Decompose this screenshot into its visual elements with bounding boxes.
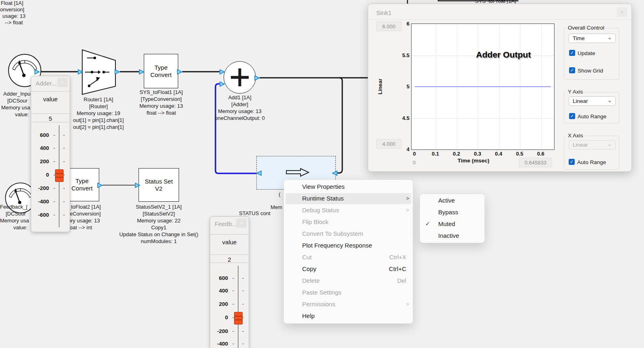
menu-item-runtime-status[interactable]: Runtime Status> [284,193,413,205]
clipped-label-line: onversion] [0,6,24,13]
router-block[interactable] [82,49,116,95]
block-label-line: [DCSour [6,211,26,217]
checkmark-icon: ✓ [425,220,430,227]
block-label-line: Copy1 [151,224,166,231]
x-min-readout: 0 [413,160,416,166]
block-label-line: [StatusSetV2] [143,211,175,217]
menu-item-paste-settings: Paste Settings [284,287,413,299]
menu-item-label: Help [302,312,315,319]
domain-dropdown[interactable]: Time ⌄ [569,34,616,43]
x-axis-label: Time (msec) [458,158,490,164]
show-grid-checkbox[interactable]: ✓ [569,67,575,73]
submenu-item-inactive[interactable]: Inactive [420,230,484,242]
x-auto-range-checkbox[interactable]: ✓ [569,159,575,165]
submenu-item-bypass[interactable]: Bypass [420,207,484,218]
y-tick-label: 4.5 [400,115,409,121]
x-tick-label: 0.5 [516,151,523,157]
block-label-line: [TypeConversion] [141,96,181,102]
type-convert-block[interactable]: Type Convert [144,54,178,88]
status-set-block[interactable]: Status Set V2 [139,168,179,202]
y-max-readout: 6.000 [376,21,401,31]
block-label-line: out[1] = pin[1].chan[1] [73,117,124,124]
input-port-icon [135,183,140,188]
input-port-icon [220,81,225,87]
block-label-line: Memory usage: 13 [218,108,262,115]
divider [210,254,249,255]
tick-label: 200 [40,159,49,164]
panel-title: Feedb... [215,220,237,227]
menu-item-debug-status: Debug Status> [284,205,413,216]
menu-item-permissions: Permissions> [284,299,413,310]
clipped-label-line: --> float [5,19,23,26]
clipped-label-fragment: STATUS cont [239,210,271,217]
menu-item-convert-to-subsystem: Convert To Subsystem [284,228,413,240]
close-button[interactable]: × [236,218,247,228]
checkbox-label: Auto Range [578,113,606,120]
tick-label: 200 [219,301,228,307]
block-text: Status Set V2 [143,178,175,192]
block-label-line: Add1 [1A] [228,94,251,101]
checkbox-label: Auto Range [577,159,606,165]
slider-handle[interactable] [55,169,64,182]
menu-item-label: Copy [302,265,316,272]
tick-label: 600 [40,132,49,138]
close-button[interactable]: × [617,7,627,17]
menu-item-view-properties[interactable]: View Properties [284,181,413,193]
menu-item-plot-frequency-response[interactable]: Plot Frequency Response [284,240,413,252]
close-button[interactable]: × [57,78,68,87]
submenu-item-active[interactable]: Active [420,195,484,207]
y-tick-label: 6 [400,21,409,27]
menu-item-label: Active [438,197,455,204]
block-label-line: Update Status on Change in Set() [119,231,198,238]
shortcut-label: Ctrl+X [389,254,406,260]
x-scale-dropdown: Linear ⌄ [569,140,616,149]
menu-item-label: Permissions [302,301,335,307]
value-field[interactable]: 5 [31,115,70,122]
y-auto-range-checkbox[interactable]: ✓ [569,113,575,119]
block-label-line: value: [13,224,28,231]
slider-panel-feedback: Feedb... × value 2 600 400 200 0 -200 -4… [210,216,249,348]
slider-handle[interactable] [234,312,243,325]
menu-item-copy[interactable]: CopyCtrl+C [284,263,413,275]
input-port-icon [332,171,337,176]
value-field[interactable]: 2 [210,256,249,263]
chevron-down-icon: ⌄ [607,34,612,41]
update-checkbox[interactable]: ✓ [569,50,575,56]
group-title: X Axis [566,132,585,139]
close-icon: × [61,79,64,85]
divider [369,19,631,20]
divider [31,122,70,122]
output-port-icon [256,171,262,176]
block-label-line: oneChannelOutput: 0 [215,115,265,122]
input-port-icon [139,69,144,75]
y-scale-dropdown[interactable]: Linear ⌄ [569,96,616,106]
x-tick-label: 0.3 [474,151,481,157]
tick-label: 0 [225,315,228,320]
block-label-line: numModules: 1 [141,238,177,245]
chart-plot-area[interactable]: Adder Output [411,23,554,150]
submenu-item-muted[interactable]: ✓Muted [420,218,484,230]
data-series-line [415,86,551,87]
checkmark-icon: ✓ [570,50,574,56]
block-label-line: Memory usa [0,218,29,224]
close-icon: × [240,220,243,226]
checkbox-label: Update [578,50,595,56]
tick-label: -600 [38,212,49,218]
field-label: value [210,239,249,246]
checkmark-icon: ✓ [570,159,574,164]
context-menu: View Properties Runtime Status> Debug St… [284,179,413,324]
tick-label: -400 [217,341,228,347]
y-tick-label: 4 [400,146,409,152]
divider [210,234,249,235]
block-label-line: Memory usage: 22 [137,218,181,224]
y-tick-label: 5 [400,83,409,90]
sink1-window: Sink1 × 6.000 4.000 Linear Adder Output … [368,4,632,172]
shortcut-label: Ctrl+C [389,265,406,272]
menu-item-label: Cut [302,254,311,260]
menu-item-help[interactable]: Help [284,310,413,322]
menu-item-label: Paste Settings [302,289,341,296]
block-label-line: [Adder] [231,101,248,108]
block-text: Type Convert [149,64,174,79]
chevron-down-icon: ⌄ [607,97,612,103]
output-port-icon [34,69,40,75]
